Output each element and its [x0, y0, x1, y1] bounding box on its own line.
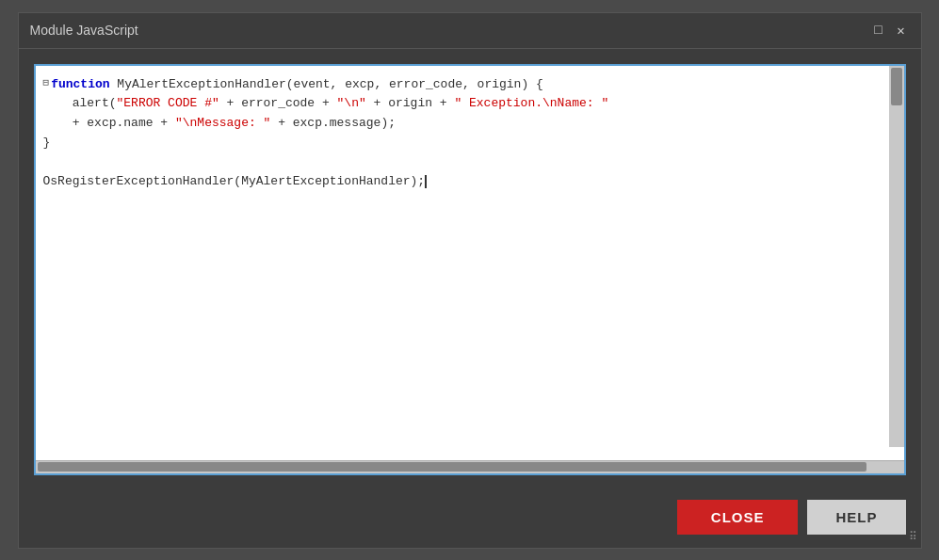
- horizontal-scrollbar[interactable]: [36, 460, 904, 473]
- dialog-body: ⊟function MyAlertExceptionHandler(event,…: [19, 49, 921, 490]
- code-content[interactable]: ⊟function MyAlertExceptionHandler(event,…: [36, 66, 904, 460]
- resize-handle[interactable]: ⠿: [909, 530, 917, 544]
- code-line-5: [43, 153, 897, 173]
- dialog-title: Module JavaScript: [30, 23, 138, 38]
- minimize-icon[interactable]: □: [870, 22, 887, 39]
- dialog-footer: CLOSE HELP: [19, 490, 921, 548]
- code-editor[interactable]: ⊟function MyAlertExceptionHandler(event,…: [34, 64, 906, 475]
- scrollbar-h-thumb[interactable]: [38, 462, 866, 472]
- code-line-2: alert("ERROR CODE #" + error_code + "\n"…: [43, 94, 897, 114]
- collapse-button[interactable]: ⊟: [43, 75, 50, 92]
- vertical-scrollbar[interactable]: [889, 66, 904, 447]
- title-icons: □ ✕: [870, 22, 910, 39]
- code-line-4: }: [43, 134, 897, 153]
- code-line-3: + excp.name + "\nMessage: " + excp.messa…: [43, 114, 897, 134]
- help-button[interactable]: HELP: [807, 500, 905, 535]
- title-bar: Module JavaScript □ ✕: [19, 13, 921, 49]
- close-icon[interactable]: ✕: [893, 22, 910, 39]
- close-button[interactable]: CLOSE: [677, 500, 799, 535]
- module-javascript-dialog: Module JavaScript □ ✕ ⊟function MyAlertE…: [18, 12, 922, 549]
- scrollbar-v-thumb[interactable]: [891, 68, 902, 105]
- code-line-1: ⊟function MyAlertExceptionHandler(event,…: [43, 75, 897, 95]
- code-line-6: OsRegisterExceptionHandler(MyAlertExcept…: [43, 172, 897, 192]
